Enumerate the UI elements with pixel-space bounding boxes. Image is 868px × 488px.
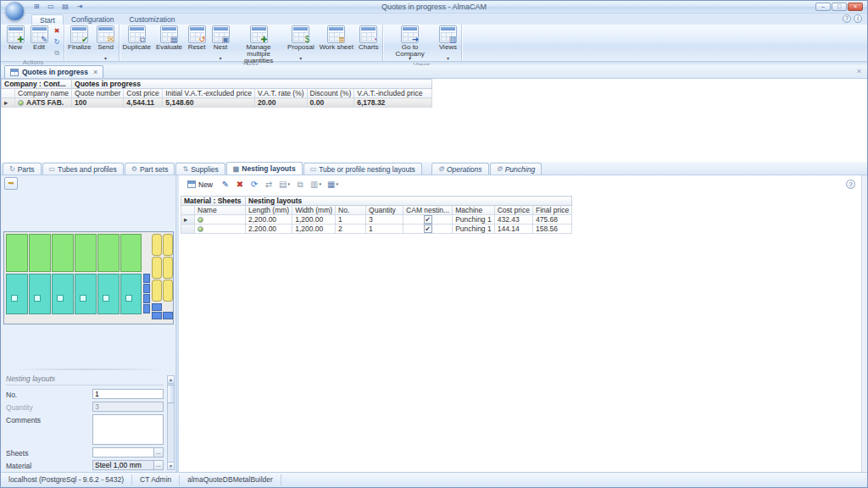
close-button[interactable]: × xyxy=(848,3,863,11)
nesting-help-icon[interactable]: ? xyxy=(846,180,855,189)
scroll-thumb[interactable] xyxy=(168,385,174,403)
refresh-icon[interactable]: ⟳ xyxy=(248,179,260,191)
go-to-company-button[interactable]: ➜Go to Company▾ xyxy=(384,25,437,61)
table-icon xyxy=(10,69,19,76)
views-button[interactable]: ▥Views▾ xyxy=(437,25,460,61)
nested-part-blue xyxy=(152,303,162,311)
cam-nesting-checkbox[interactable]: ✔ xyxy=(424,225,432,233)
column-header-cam-nestin[interactable]: CAM nestin... xyxy=(403,206,453,215)
column-header-cost-price[interactable]: Cost price xyxy=(124,89,163,98)
column-header-quantity[interactable]: Quantity xyxy=(366,206,403,215)
column-header-final-price[interactable]: Final price xyxy=(532,206,571,215)
tab-supplies[interactable]: ⇅Supplies xyxy=(175,163,225,175)
new-nesting-layout-button[interactable]: New xyxy=(183,179,217,191)
reset-button[interactable]: ↺Reset xyxy=(185,25,209,57)
material-field[interactable] xyxy=(92,460,154,470)
cell: 432.43 xyxy=(494,215,532,225)
row-selector-header xyxy=(181,206,195,215)
maximize-button[interactable]: □ xyxy=(832,3,847,11)
column-header-width-mm[interactable]: Width (mm) xyxy=(292,206,336,215)
tab-label: Tube or profile nesting layouts xyxy=(319,165,415,174)
tab-part-sets[interactable]: ⚙Part sets xyxy=(125,163,175,175)
ribbon-tab-customization[interactable]: Customization xyxy=(122,14,183,25)
work-sheet-button[interactable]: ≣Work sheet xyxy=(317,25,356,57)
close-pane-icon[interactable]: × xyxy=(857,67,861,75)
button-label: Send xyxy=(97,43,114,57)
nested-part-blue xyxy=(143,284,150,293)
nesting-layout-preview[interactable] xyxy=(3,231,174,324)
columns-icon[interactable]: ▦▾ xyxy=(326,179,340,191)
tab-tube-or-profile-nesting-layouts[interactable]: ▭Tube or profile nesting layouts xyxy=(303,163,422,175)
nested-part-blue xyxy=(143,294,150,303)
table-row[interactable]: ▸AATS FAB.1004,544.115,148.6020.000.006,… xyxy=(2,98,432,108)
column-header-machine[interactable]: Machine xyxy=(453,206,495,215)
about-icon[interactable]: i xyxy=(854,14,862,23)
table-row[interactable]: 2,200.001,200.0021✔Punching 1144.14158.5… xyxy=(181,225,572,234)
tab-operations[interactable]: ⚙Operations xyxy=(431,163,489,175)
comments-field[interactable] xyxy=(92,414,164,445)
row-selector[interactable]: ▸ xyxy=(2,98,15,108)
cam-nesting-checkbox[interactable]: ✔ xyxy=(424,215,432,224)
close-tab-icon[interactable]: × xyxy=(92,68,97,76)
minimize-button[interactable]: – xyxy=(815,3,831,11)
ribbon-tab-start[interactable]: Start xyxy=(31,14,64,25)
column-header-initial-v-a-t-excluded-price[interactable]: Initial V.A.T.-excluded price xyxy=(163,89,255,98)
edit-pen-icon[interactable]: ✎ xyxy=(220,179,231,191)
finalize-button[interactable]: ✔Finalize xyxy=(65,25,94,57)
copy-icon[interactable]: ⧉ xyxy=(294,179,306,191)
column-header-quote-number[interactable]: Quote number xyxy=(72,89,124,98)
ribbon-tab-configuration[interactable]: Configuration xyxy=(64,14,122,25)
document-tab-quotes-in-progress[interactable]: Quotes in progress × xyxy=(4,65,103,78)
tab-tubes-and-profiles[interactable]: ▭Tubes and profiles xyxy=(42,163,124,175)
delete-icon[interactable]: ✖ xyxy=(52,25,62,36)
column-header-v-a-t-included-price[interactable]: V.A.T.-included price xyxy=(354,89,432,98)
column-header-length-mm[interactable]: Length (mm) xyxy=(246,206,292,215)
column-header-cost-price[interactable]: Cost price xyxy=(494,206,532,215)
column-header-v-a-t-rate[interactable]: V.A.T. rate (%) xyxy=(255,89,307,98)
scroll-up-icon[interactable]: ▲ xyxy=(168,376,174,384)
band-header: Nesting layouts xyxy=(246,197,572,206)
evaluate-button[interactable]: ▦Evaluate xyxy=(153,25,185,57)
form-scrollbar[interactable]: ▲ ▼ xyxy=(167,375,175,470)
field-label: No. xyxy=(6,389,92,399)
print-icon[interactable]: ▥▾ xyxy=(309,179,323,191)
send-button[interactable]: ✉Send▾ xyxy=(94,25,118,61)
scroll-down-icon[interactable]: ▼ xyxy=(168,462,174,469)
sheets-browse-button[interactable]: ... xyxy=(154,447,164,458)
help-icon[interactable]: ? xyxy=(843,14,851,23)
column-header-no[interactable]: No. xyxy=(336,206,366,215)
sheets-field[interactable] xyxy=(92,447,154,458)
tab-punching[interactable]: ⚙Punching xyxy=(490,163,542,175)
button-label: Edit xyxy=(33,43,45,57)
new-button[interactable]: ✚New xyxy=(3,25,27,57)
cell: 100 xyxy=(72,98,124,108)
export-icon[interactable]: ▤▾ xyxy=(277,179,292,191)
app-menu-orb-icon[interactable] xyxy=(5,2,25,21)
delete-icon[interactable]: ✖ xyxy=(234,179,246,191)
nested-part-green xyxy=(120,234,142,272)
refresh-icon[interactable]: ↻ xyxy=(52,36,62,47)
tab-parts[interactable]: ↻Parts xyxy=(3,163,42,175)
nest-button[interactable]: ▣Nest▾ xyxy=(209,25,232,61)
cell: 2,200.00 xyxy=(246,225,292,234)
material-browse-button[interactable]: ... xyxy=(154,460,164,470)
row-selector[interactable] xyxy=(181,225,195,234)
column-header-company-name[interactable]: Company name xyxy=(15,89,72,98)
charts-button[interactable]: ◔Charts xyxy=(356,25,381,57)
column-header-discount[interactable]: Discount (%) xyxy=(307,89,354,98)
column-header-name[interactable]: Name xyxy=(195,206,246,215)
panel-scrollbar[interactable] xyxy=(861,175,867,474)
proposal-button[interactable]: $Proposal▾ xyxy=(285,25,317,61)
nesting-preview-panel: ➥ Nesting layouts No.QuantityCommentsShe… xyxy=(1,175,176,474)
manage-multiple-quantities-button[interactable]: ✚Manage multiple quantities xyxy=(232,25,285,57)
edit-button[interactable]: ✎Edit xyxy=(27,25,51,57)
transfer-icon[interactable]: ⇄ xyxy=(263,179,275,191)
duplicate-button[interactable]: ⧉Duplicate xyxy=(120,25,153,57)
row-selector[interactable]: ▸ xyxy=(181,215,195,225)
tab-nesting-layouts[interactable]: ▦Nesting layouts xyxy=(226,162,303,175)
no-field[interactable] xyxy=(92,389,164,399)
table-row[interactable]: ▸2,200.001,200.0013✔Punching 1432.43475.… xyxy=(181,215,572,225)
paste-icon[interactable]: ⧉ xyxy=(52,47,62,58)
nesting-tool-button[interactable]: ➥ xyxy=(4,177,18,190)
quotes-area: Company : Cont...Quotes in progressCompa… xyxy=(1,79,867,162)
